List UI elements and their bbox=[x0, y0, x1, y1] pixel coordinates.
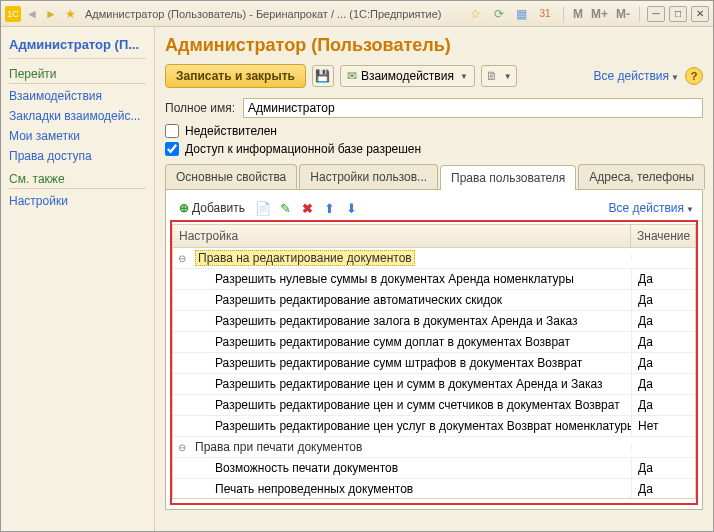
access-row: Доступ к информационной базе разрешен bbox=[165, 142, 703, 156]
row-name: Права на редактирование документов bbox=[191, 248, 631, 268]
toggle-icon[interactable]: ⊖ bbox=[173, 253, 191, 264]
panel-toolbar: ⊕Добавить 📄 ✎ ✖ ⬆ ⬇ Все действия▼ bbox=[172, 196, 696, 224]
panel-all-actions[interactable]: Все действия▼ bbox=[609, 201, 694, 215]
fav-icon[interactable]: ☆ bbox=[468, 6, 484, 22]
content-area: Администратор (Пользователь) Записать и … bbox=[155, 27, 713, 532]
table-row[interactable]: Печать непроведенных документовДа bbox=[173, 479, 695, 498]
move-down-icon[interactable]: ⬇ bbox=[342, 199, 360, 217]
table-row[interactable]: Разрешить редактирование сумм штрафов в … bbox=[173, 353, 695, 374]
row-name: Разрешить редактирование цен и сумм счет… bbox=[211, 395, 631, 415]
col-name[interactable]: Настройка bbox=[173, 225, 631, 247]
help-icon[interactable]: ? bbox=[685, 67, 703, 85]
sidebar-section-goto: Перейти bbox=[9, 61, 146, 84]
row-value: Нет bbox=[631, 416, 695, 436]
group-row[interactable]: ⊖Права на редактирование документов bbox=[173, 248, 695, 269]
fullname-input[interactable] bbox=[243, 98, 703, 118]
row-value bbox=[631, 255, 695, 261]
grid-header: Настройка Значение bbox=[173, 225, 695, 248]
back-icon[interactable]: ◄ bbox=[24, 6, 40, 22]
access-label: Доступ к информационной базе разрешен bbox=[185, 142, 421, 156]
row-value: Да bbox=[631, 374, 695, 394]
row-name: Возможность печати документов bbox=[211, 458, 631, 478]
row-value: Да bbox=[631, 458, 695, 478]
rights-grid: Настройка Значение ⊖Права на редактирова… bbox=[172, 224, 696, 499]
mplus-icon[interactable]: M+ bbox=[589, 7, 610, 21]
app-icon: 1C bbox=[5, 6, 21, 22]
history-icon[interactable]: ⟳ bbox=[491, 6, 507, 22]
fullname-label: Полное имя: bbox=[165, 101, 243, 115]
sidebar: Администратор (П... Перейти Взаимодейств… bbox=[1, 27, 155, 532]
row-value bbox=[631, 444, 695, 450]
grid-body[interactable]: ⊖Права на редактирование документовРазре… bbox=[173, 248, 695, 498]
table-row[interactable]: Разрешить редактирование автоматических … bbox=[173, 290, 695, 311]
page-title: Администратор (Пользователь) bbox=[165, 35, 703, 56]
tab-user-rights[interactable]: Права пользователя bbox=[440, 165, 576, 190]
row-name: Разрешить редактирование цен услуг в док… bbox=[211, 416, 631, 436]
sidebar-link-bookmarks[interactable]: Закладки взаимодейс... bbox=[9, 106, 146, 126]
table-row[interactable]: Разрешить редактирование залога в докуме… bbox=[173, 311, 695, 332]
sidebar-link-access[interactable]: Права доступа bbox=[9, 146, 146, 166]
save-button[interactable]: 💾 bbox=[312, 65, 334, 87]
group-row[interactable]: ⊖Права при печати документов bbox=[173, 437, 695, 458]
table-row[interactable]: Разрешить редактирование цен и сумм в до… bbox=[173, 374, 695, 395]
inactive-checkbox[interactable] bbox=[165, 124, 179, 138]
m-icon[interactable]: M bbox=[571, 7, 585, 21]
maximize-button[interactable]: □ bbox=[669, 6, 687, 22]
table-row[interactable]: Разрешить нулевые суммы в документах Аре… bbox=[173, 269, 695, 290]
row-name: Разрешить редактирование сумм штрафов в … bbox=[211, 353, 631, 373]
all-actions-link[interactable]: Все действия▼ bbox=[594, 69, 679, 83]
window-titlebar: 1C ◄ ► ★ Администратор (Пользователь) - … bbox=[1, 1, 713, 27]
tab-user-settings[interactable]: Настройки пользов... bbox=[299, 164, 438, 189]
col-value[interactable]: Значение bbox=[631, 225, 695, 247]
row-name: Разрешить нулевые суммы в документах Аре… bbox=[211, 269, 631, 289]
interactions-dropdown[interactable]: ✉ Взаимодействия ▼ bbox=[340, 65, 475, 87]
tab-main-props[interactable]: Основные свойства bbox=[165, 164, 297, 189]
edit-icon[interactable]: ✎ bbox=[276, 199, 294, 217]
sidebar-heading: Администратор (П... bbox=[9, 33, 146, 59]
window-title: Администратор (Пользователь) - Беринапро… bbox=[85, 8, 468, 20]
row-name: Разрешить редактирование сумм доплат в д… bbox=[211, 332, 631, 352]
sidebar-link-notes[interactable]: Мои заметки bbox=[9, 126, 146, 146]
save-close-button[interactable]: Записать и закрыть bbox=[165, 64, 306, 88]
extra-dropdown[interactable]: 🗎▼ bbox=[481, 65, 517, 87]
tab-addresses[interactable]: Адреса, телефоны bbox=[578, 164, 705, 189]
row-value: Да bbox=[631, 395, 695, 415]
row-name: Права при печати документов bbox=[191, 437, 631, 457]
sidebar-link-settings[interactable]: Настройки bbox=[9, 191, 146, 211]
inactive-label: Недействителен bbox=[185, 124, 277, 138]
row-value: Да bbox=[631, 269, 695, 289]
tab-panel-rights: ⊕Добавить 📄 ✎ ✖ ⬆ ⬇ Все действия▼ Настро… bbox=[165, 190, 703, 510]
calendar-icon[interactable]: 31 bbox=[537, 6, 553, 22]
row-value: Да bbox=[631, 290, 695, 310]
table-row[interactable]: Возможность печати документовДа bbox=[173, 458, 695, 479]
calc-icon[interactable]: ▦ bbox=[514, 6, 530, 22]
minimize-button[interactable]: ─ bbox=[647, 6, 665, 22]
sidebar-section-seealso: См. также bbox=[9, 166, 146, 189]
table-row[interactable]: Разрешить редактирование сумм доплат в д… bbox=[173, 332, 695, 353]
row-value: Да bbox=[631, 311, 695, 331]
mminus-icon[interactable]: M- bbox=[614, 7, 632, 21]
row-name: Разрешить редактирование автоматических … bbox=[211, 290, 631, 310]
delete-icon[interactable]: ✖ bbox=[298, 199, 316, 217]
toggle-icon[interactable]: ⊖ bbox=[173, 442, 191, 453]
main-toolbar: Записать и закрыть 💾 ✉ Взаимодействия ▼ … bbox=[165, 64, 703, 88]
table-row[interactable]: Разрешить редактирование цен и сумм счет… bbox=[173, 395, 695, 416]
table-row[interactable]: Разрешить редактирование цен услуг в док… bbox=[173, 416, 695, 437]
add-button[interactable]: ⊕Добавить bbox=[174, 198, 250, 218]
forward-icon[interactable]: ► bbox=[43, 6, 59, 22]
row-name: Печать непроведенных документов bbox=[211, 479, 631, 498]
star-icon[interactable]: ★ bbox=[62, 6, 78, 22]
copy-icon[interactable]: 📄 bbox=[254, 199, 272, 217]
row-value: Да bbox=[631, 332, 695, 352]
row-name: Разрешить редактирование цен и сумм в до… bbox=[211, 374, 631, 394]
access-checkbox[interactable] bbox=[165, 142, 179, 156]
sidebar-link-interactions[interactable]: Взаимодействия bbox=[9, 86, 146, 106]
tabs: Основные свойства Настройки пользов... П… bbox=[165, 164, 703, 190]
move-up-icon[interactable]: ⬆ bbox=[320, 199, 338, 217]
row-name: Разрешить редактирование залога в докуме… bbox=[211, 311, 631, 331]
row-value: Да bbox=[631, 353, 695, 373]
fullname-row: Полное имя: bbox=[165, 98, 703, 118]
inactive-row: Недействителен bbox=[165, 124, 703, 138]
close-button[interactable]: ✕ bbox=[691, 6, 709, 22]
row-value: Да bbox=[631, 479, 695, 498]
